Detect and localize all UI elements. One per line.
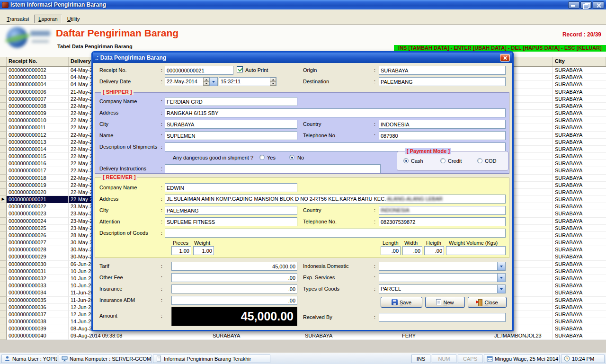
grid-cell-city[interactable]: SURABAYA — [553, 332, 606, 339]
grid-row[interactable]: 000000000004009-Aug-2014 09:38:08SURABAY… — [0, 332, 606, 339]
grid-cell-no[interactable]: 0000000000013 — [7, 139, 69, 146]
grid-cell-city[interactable]: SURABAYA — [553, 182, 606, 189]
row-selector-cell[interactable] — [0, 239, 7, 246]
receipt-no-input[interactable] — [165, 66, 233, 75]
row-selector-cell[interactable] — [0, 189, 7, 196]
exp-services-select[interactable] — [379, 273, 506, 282]
origin-input[interactable] — [379, 66, 506, 75]
grid-cell-city[interactable]: SURABAYA — [553, 203, 606, 210]
grid-cell-no[interactable]: 0000000000026 — [7, 232, 69, 239]
spin-up-icon[interactable] — [203, 78, 209, 82]
payment-credit-radio[interactable] — [440, 158, 446, 163]
grid-cell-city[interactable]: SURABAYA — [553, 74, 606, 81]
row-selector-cell[interactable] — [0, 210, 7, 217]
grid-cell-no[interactable]: 0000000000025 — [7, 225, 69, 232]
dropdown-arrow-icon[interactable] — [497, 285, 505, 293]
grid-cell-no[interactable]: 0000000000007 — [7, 96, 69, 103]
dropdown-arrow-icon[interactable] — [497, 274, 505, 282]
grid-cell-no[interactable]: 0000000000035 — [7, 297, 69, 304]
delivery-date-value[interactable]: 22-May-2014 — [165, 78, 203, 86]
shipper-phone-input[interactable] — [379, 131, 506, 140]
date-spinner[interactable] — [203, 78, 209, 86]
grid-cell-no[interactable]: 0000000000027 — [7, 239, 69, 246]
grid-cell-city[interactable]: SURABAYA — [553, 261, 606, 268]
grid-cell-no[interactable]: 0000000000028 — [7, 246, 69, 253]
row-selector-cell[interactable] — [0, 297, 7, 304]
weight-input[interactable] — [193, 246, 214, 255]
grid-cell-no[interactable]: 0000000000021 — [7, 196, 69, 203]
spin-up-icon[interactable] — [270, 78, 276, 82]
new-button[interactable]: New — [425, 297, 465, 308]
dropdown-arrow-icon[interactable] — [497, 262, 505, 270]
grid-header-receipt[interactable]: Receipt No. — [7, 57, 69, 66]
grid-cell-no[interactable]: 0000000000023 — [7, 210, 69, 217]
delivery-time-value[interactable]: 15:32:11 — [219, 78, 270, 86]
row-selector-cell[interactable] — [0, 117, 7, 124]
grid-cell-no[interactable]: 0000000000032 — [7, 275, 69, 282]
receiver-phone-input[interactable] — [379, 217, 506, 226]
grid-cell-city[interactable]: SURABAYA — [553, 81, 606, 88]
spin-down-icon[interactable] — [270, 82, 276, 86]
grid-cell-city[interactable]: SURABAYA — [553, 218, 606, 225]
shipper-city-input[interactable] — [165, 120, 297, 129]
row-selector-cell[interactable] — [0, 103, 7, 110]
row-selector-cell[interactable] — [0, 132, 7, 139]
grid-cell-city[interactable]: SURABAYA — [553, 253, 606, 260]
grid-cell-no[interactable]: 0000000000040 — [7, 332, 69, 339]
close-dialog-button[interactable]: Close — [468, 297, 507, 308]
dangerous-yes-radio[interactable] — [259, 155, 265, 160]
delivery-time-picker[interactable]: 15:32:11 — [219, 77, 276, 86]
width-input[interactable] — [402, 246, 422, 255]
grid-cell-no[interactable]: 0000000000010 — [7, 117, 69, 124]
row-selector-cell[interactable] — [0, 232, 7, 239]
row-selector-cell[interactable] — [0, 203, 7, 210]
grid-cell-city[interactable]: SURABAYA — [553, 268, 606, 275]
dangerous-no-radio[interactable] — [289, 155, 294, 160]
row-selector-cell[interactable] — [0, 225, 7, 232]
payment-cod-radio[interactable] — [477, 158, 482, 163]
grid-cell-no[interactable]: 0000000000019 — [7, 182, 69, 189]
grid-cell-no[interactable]: 0000000000006 — [7, 89, 69, 96]
minimize-button[interactable] — [568, 1, 579, 9]
grid-cell-city[interactable]: SURABAYA — [553, 239, 606, 246]
grid-cell-city[interactable]: SURABAYA — [553, 275, 606, 282]
grid-cell-city[interactable]: SURABAYA — [553, 325, 606, 332]
row-selector-cell[interactable] — [0, 167, 7, 174]
grid-cell-date[interactable]: 09-Aug-2014 09:38:08 — [69, 332, 211, 339]
grid-cell-no[interactable]: 0000000000024 — [7, 218, 69, 225]
grid-cell-no[interactable]: 0000000000014 — [7, 146, 69, 153]
shipper-country-input[interactable] — [379, 120, 506, 129]
grid-cell-city[interactable]: SURABAYA — [553, 89, 606, 96]
row-selector-cell[interactable] — [0, 304, 7, 311]
close-button[interactable] — [593, 1, 604, 9]
grid-cell-city[interactable]: SURABAYA — [553, 146, 606, 153]
row-selector-cell[interactable] — [0, 246, 7, 253]
grid-cell-no[interactable]: 0000000000011 — [7, 124, 69, 131]
row-selector-cell[interactable] — [0, 282, 7, 289]
grid-cell-no[interactable]: 0000000000038 — [7, 318, 69, 325]
grid-cell-no[interactable]: 0000000000037 — [7, 311, 69, 318]
row-selector-cell[interactable] — [0, 261, 7, 268]
grid-cell-no[interactable]: 0000000000004 — [7, 81, 69, 88]
dialog-close-button[interactable] — [500, 54, 510, 62]
grid-cell-dest[interactable]: SURABAYA — [303, 332, 400, 339]
tarif-input[interactable] — [171, 262, 297, 271]
dialog-titlebar[interactable]: .: Data Pengiriman Barang — [93, 53, 512, 63]
shipper-address-input[interactable] — [165, 108, 506, 117]
grid-cell-city[interactable]: SURABAYA — [553, 189, 606, 196]
shipper-company-input[interactable] — [165, 97, 297, 106]
attention-input[interactable] — [165, 217, 297, 226]
grid-cell-no[interactable]: 0000000000029 — [7, 253, 69, 260]
row-selector-cell[interactable] — [0, 67, 7, 74]
grid-cell-city[interactable]: SURABAYA — [553, 210, 606, 217]
menu-utility[interactable]: Utility — [63, 15, 84, 23]
row-selector-cell[interactable] — [0, 153, 7, 160]
row-selector-cell[interactable] — [0, 96, 7, 103]
other-fee-input[interactable] — [171, 273, 297, 282]
grid-cell-city[interactable]: SURABAYA — [553, 167, 606, 174]
delivery-instructions-input[interactable] — [165, 164, 381, 173]
height-input[interactable] — [424, 246, 444, 255]
row-selector-cell[interactable] — [0, 325, 7, 332]
indonesia-domestic-select[interactable] — [379, 262, 506, 271]
grid-cell-city[interactable]: SURABAYA — [553, 110, 606, 117]
